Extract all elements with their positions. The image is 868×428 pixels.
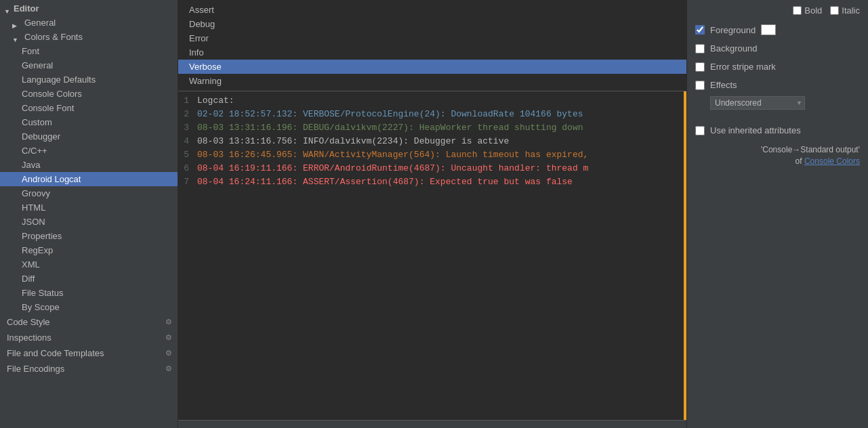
line-content-6: 08-04 16:19:11.166: ERROR/AndroidRuntime…: [194, 162, 686, 175]
console-colors-link[interactable]: Console Colors: [804, 156, 860, 166]
sidebar-item-console-font[interactable]: Console Font: [0, 101, 178, 115]
sidebar-colors-fonts-label: Colors & Fonts: [24, 32, 83, 42]
foreground-row: Foreground: [695, 22, 860, 37]
sidebar-file-encodings-label: File Encodings: [7, 364, 64, 374]
line-content-3: 08-03 13:31:16.196: DEBUG/dalvikvm(2227)…: [194, 121, 686, 135]
middle-panel: Assert Debug Error Info Verbose Warning …: [178, 0, 686, 428]
editor-arrow-icon: [4, 5, 11, 12]
sidebar-item-android-logcat[interactable]: Android Logcat: [0, 172, 178, 186]
sidebar-item-custom[interactable]: Custom: [0, 115, 178, 129]
sidebar-general-label: General: [24, 18, 56, 28]
foreground-color-swatch[interactable]: [761, 24, 776, 35]
use-inherited-checkbox[interactable]: [695, 126, 705, 135]
line-content-7: 08-04 16:24:11.166: ASSERT/Assertion(468…: [194, 175, 686, 189]
sidebar-font-label: Font: [22, 46, 39, 56]
background-row: Background: [695, 41, 860, 56]
main-layout: Editor General Colors & Fonts Font Gener…: [0, 0, 868, 428]
code-line-6: 6 08-04 16:19:11.166: ERROR/AndroidRunti…: [178, 162, 686, 175]
sidebar-console-colors-label: Console Colors: [22, 89, 82, 99]
sidebar: Editor General Colors & Fonts Font Gener…: [0, 0, 178, 428]
effects-checkbox[interactable]: [695, 81, 705, 90]
sidebar-item-console-colors[interactable]: Console Colors: [0, 87, 178, 101]
file-encodings-gear-icon: ⚙: [165, 364, 172, 373]
log-item-error[interactable]: Error: [178, 31, 686, 45]
sidebar-item-java[interactable]: Java: [0, 158, 178, 172]
background-checkbox[interactable]: [695, 44, 705, 53]
sidebar-item-file-code-templates[interactable]: File and Code Templates ⚙: [0, 345, 178, 361]
sidebar-item-general2[interactable]: General: [0, 58, 178, 72]
sidebar-item-properties[interactable]: Properties: [0, 229, 178, 243]
sidebar-item-general[interactable]: General: [0, 16, 178, 30]
sidebar-item-regexp[interactable]: RegExp: [0, 243, 178, 257]
sidebar-editor-header[interactable]: Editor: [0, 1, 178, 16]
code-style-gear-icon: ⚙: [165, 318, 172, 326]
log-item-warning[interactable]: Warning: [178, 74, 686, 88]
sidebar-debugger-label: Debugger: [22, 131, 60, 142]
sidebar-editor-label: Editor: [14, 3, 39, 14]
log-item-assert[interactable]: Assert: [178, 3, 686, 17]
line-num-3: 3: [178, 121, 194, 135]
use-inherited-label: Use inherited attributes: [710, 125, 801, 135]
log-item-debug[interactable]: Debug: [178, 17, 686, 31]
log-item-info[interactable]: Info: [178, 45, 686, 60]
line-content-1: Logcat:: [194, 94, 686, 108]
error-stripe-label: Error stripe mark: [710, 62, 776, 72]
foreground-checkbox[interactable]: [695, 25, 705, 35]
log-debug-label: Debug: [189, 19, 215, 29]
divider: [695, 114, 860, 119]
sidebar-item-language-defaults[interactable]: Language Defaults: [0, 72, 178, 87]
bold-label: Bold: [804, 5, 822, 16]
effects-label: Effects: [710, 80, 737, 90]
sidebar-general2-label: General: [22, 60, 53, 70]
sidebar-cpp-label: C/C++: [22, 146, 47, 156]
sidebar-item-cpp[interactable]: C/C++: [0, 144, 178, 158]
sidebar-item-html[interactable]: HTML: [0, 200, 178, 215]
sidebar-console-font-label: Console Font: [22, 103, 74, 113]
italic-checkbox[interactable]: [830, 6, 839, 15]
sidebar-json-label: JSON: [22, 217, 45, 227]
sidebar-item-font[interactable]: Font: [0, 44, 178, 58]
inherited-note-line2: of: [795, 156, 802, 166]
sidebar-item-diff[interactable]: Diff: [0, 272, 178, 286]
effects-dropdown-row: Underscored Bordered Box Rounded Box Str…: [710, 96, 860, 110]
code-line-1: 1 Logcat:: [178, 94, 686, 108]
sidebar-language-defaults-label: Language Defaults: [22, 74, 96, 85]
sidebar-properties-label: Properties: [22, 231, 62, 241]
sidebar-item-by-scope[interactable]: By Scope: [0, 300, 178, 314]
italic-label: Italic: [842, 5, 860, 16]
bold-checkbox-label[interactable]: Bold: [793, 5, 822, 16]
sidebar-diff-label: Diff: [22, 274, 35, 284]
inherited-note-line1: 'Console→Standard output': [761, 145, 860, 154]
error-stripe-checkbox[interactable]: [695, 62, 705, 72]
sidebar-inspections-label: Inspections: [7, 333, 51, 343]
log-info-label: Info: [189, 47, 204, 58]
sidebar-by-scope-label: By Scope: [22, 302, 60, 312]
sidebar-item-inspections[interactable]: Inspections ⚙: [0, 330, 178, 345]
sidebar-item-debugger[interactable]: Debugger: [0, 129, 178, 144]
code-preview: 1 Logcat: 2 02-02 18:52:57.132: VERBOSE/…: [178, 91, 686, 420]
sidebar-item-json[interactable]: JSON: [0, 215, 178, 229]
sidebar-item-file-encodings[interactable]: File Encodings ⚙: [0, 361, 178, 377]
sidebar-item-code-style[interactable]: Code Style ⚙: [0, 314, 178, 330]
line-content-4: 08-03 13:31:16.756: INFO/dalvikvm(2234):…: [194, 135, 686, 148]
sidebar-file-status-label: File Status: [22, 288, 63, 298]
line-num-6: 6: [178, 162, 194, 175]
sidebar-item-groovy[interactable]: Groovy: [0, 186, 178, 200]
line-num-1: 1: [178, 94, 194, 108]
log-item-verbose[interactable]: Verbose: [178, 60, 686, 74]
right-panel: Bold Italic Foreground Background Error …: [686, 0, 868, 428]
effects-dropdown[interactable]: Underscored Bordered Box Rounded Box Str…: [710, 96, 805, 110]
sidebar-java-label: Java: [22, 160, 40, 170]
horizontal-scrollbar[interactable]: [178, 420, 686, 428]
sidebar-item-xml[interactable]: XML: [0, 257, 178, 272]
sidebar-item-colors-fonts[interactable]: Colors & Fonts: [0, 30, 178, 44]
bold-checkbox[interactable]: [793, 6, 802, 15]
code-line-5: 5 08-03 16:26:45.965: WARN/ActivityManag…: [178, 148, 686, 162]
log-error-label: Error: [189, 33, 209, 43]
file-code-templates-gear-icon: ⚙: [165, 349, 172, 358]
sidebar-item-file-status[interactable]: File Status: [0, 286, 178, 300]
sidebar-file-code-templates-label: File and Code Templates: [7, 348, 104, 358]
colors-fonts-arrow-icon: [12, 34, 19, 41]
foreground-label: Foreground: [710, 25, 756, 35]
italic-checkbox-label[interactable]: Italic: [830, 5, 860, 16]
